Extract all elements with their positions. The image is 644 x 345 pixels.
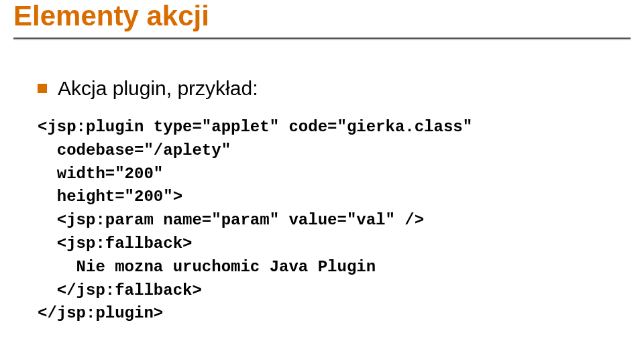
slide-title: Elementy akcji [13,0,631,32]
slide-container: Elementy akcji Akcja plugin, przykład: <… [0,0,644,345]
bullet-item: Akcja plugin, przykład: [38,77,617,100]
content-area: Akcja plugin, przykład: <jsp:plugin type… [0,40,644,326]
bullet-text: Akcja plugin, przykład: [58,77,258,100]
title-divider [13,38,631,39]
title-area: Elementy akcji [0,0,644,40]
bullet-icon [38,84,47,93]
code-block: <jsp:plugin type="applet" code="gierka.c… [38,116,617,326]
